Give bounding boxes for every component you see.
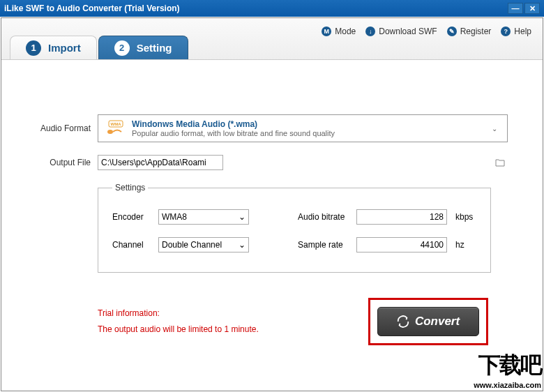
close-button[interactable]: ✕: [524, 3, 540, 14]
header-area: 1 Import 2 Setting M Mode ↓ Download SWF…: [1, 18, 543, 60]
chevron-down-icon: ⌄: [239, 240, 245, 250]
bitrate-label: Audio bitrate: [298, 212, 348, 222]
audio-format-label: Audio Format: [36, 123, 98, 133]
samplerate-label: Sample rate: [298, 240, 348, 250]
main-pane: 1 Import 2 Setting M Mode ↓ Download SWF…: [1, 17, 543, 391]
format-description: Popular audio format, with low bitrate a…: [132, 129, 488, 137]
convert-highlight: Convert: [368, 298, 488, 345]
register-icon: ✎: [447, 27, 457, 36]
encoder-select[interactable]: WMA8 ⌄: [158, 209, 249, 225]
convert-icon: [397, 315, 409, 328]
help-label: Help: [514, 27, 531, 36]
tab-import[interactable]: 1 Import: [10, 36, 97, 59]
settings-group: Settings Encoder WMA8 ⌄ Audio bitrate kb…: [98, 183, 491, 273]
bitrate-unit: kbps: [455, 212, 476, 222]
tab-setting-number: 2: [114, 40, 130, 56]
minimize-button[interactable]: —: [508, 3, 523, 14]
register-button[interactable]: ✎ Register: [447, 27, 492, 36]
mode-button[interactable]: M Mode: [322, 27, 356, 36]
bitrate-input[interactable]: [356, 209, 447, 225]
browse-folder-button[interactable]: [494, 157, 506, 168]
help-icon: ?: [501, 27, 511, 36]
output-file-row: Output File: [36, 155, 508, 170]
wma-icon: WMA: [104, 119, 125, 138]
download-swf-button[interactable]: ↓ Download SWF: [365, 27, 437, 36]
svg-text:WMA: WMA: [111, 122, 122, 126]
register-label: Register: [460, 27, 492, 36]
channel-row: Channel Double Channel ⌄ Sample rate hz: [112, 237, 476, 252]
toolbar: M Mode ↓ Download SWF ✎ Register ? Help: [322, 27, 531, 36]
download-icon: ↓: [365, 27, 375, 36]
channel-select[interactable]: Double Channel ⌄: [158, 237, 249, 252]
samplerate-input[interactable]: [356, 237, 447, 252]
format-title: Windonws Media Audio (*.wma): [132, 119, 488, 129]
trial-line1: Trial information:: [98, 306, 368, 322]
help-button[interactable]: ? Help: [501, 27, 531, 36]
svg-point-2: [107, 130, 113, 134]
audio-format-row: Audio Format WMA Windonws Media Audio (*…: [36, 114, 508, 142]
output-file-input[interactable]: [98, 155, 223, 170]
format-text: Windonws Media Audio (*.wma) Popular aud…: [132, 119, 488, 137]
output-file-wrap: [98, 155, 508, 170]
channel-label: Channel: [112, 240, 150, 250]
trial-line2: The output audio will be limited to 1 mi…: [98, 322, 368, 338]
chevron-down-icon: ⌄: [239, 212, 245, 222]
settings-legend: Settings: [112, 183, 148, 193]
tab-import-number: 1: [26, 40, 41, 56]
tab-import-label: Import: [48, 42, 81, 54]
window-controls: — ✕: [508, 3, 540, 14]
convert-label: Convert: [415, 315, 460, 329]
mode-label: Mode: [335, 27, 356, 36]
encoder-value: WMA8: [162, 212, 187, 222]
channel-value: Double Channel: [162, 240, 222, 250]
audio-format-select[interactable]: WMA Windonws Media Audio (*.wma) Popular…: [98, 114, 508, 142]
folder-icon: [495, 158, 505, 167]
output-file-label: Output File: [36, 158, 98, 167]
title-bar: iLike SWF to Audio Converter (Trial Vers…: [0, 0, 544, 17]
convert-button[interactable]: Convert: [377, 307, 479, 336]
encoder-label: Encoder: [112, 212, 150, 222]
tab-setting[interactable]: 2 Setting: [98, 36, 188, 59]
tab-setting-label: Setting: [137, 42, 172, 54]
samplerate-unit: hz: [455, 240, 476, 250]
window-title: iLike SWF to Audio Converter (Trial Vers…: [4, 3, 508, 13]
content-area: Audio Format WMA Windonws Media Audio (*…: [1, 60, 543, 345]
trial-information: Trial information: The output audio will…: [98, 306, 368, 338]
download-swf-label: Download SWF: [379, 27, 437, 36]
encoder-row: Encoder WMA8 ⌄ Audio bitrate kbps: [112, 209, 476, 225]
mode-icon: M: [322, 27, 331, 36]
bottom-area: Trial information: The output audio will…: [98, 298, 488, 345]
chevron-down-icon: ⌄: [488, 125, 501, 133]
